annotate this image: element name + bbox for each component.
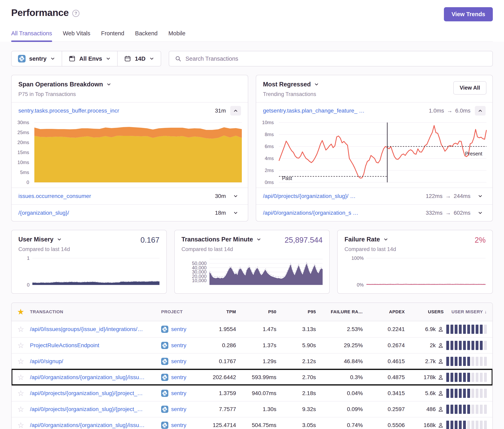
tab-web-vitals[interactable]: Web Vitals xyxy=(63,30,90,42)
regressed-link[interactable]: /api/0/projects/{organization_slug}/ … xyxy=(263,193,356,199)
user-icon xyxy=(438,342,444,348)
span-op-link[interactable]: /{organization_slug}/ xyxy=(18,210,69,216)
search-input[interactable] xyxy=(186,55,487,62)
user-icon xyxy=(438,422,444,428)
table-row[interactable]: ☆ /api/0/issues|groups/{issue_id}/integr… xyxy=(12,321,492,337)
expand-button[interactable] xyxy=(475,191,486,201)
apdex-cell: 0.4875 xyxy=(363,374,405,381)
mini-card-title[interactable]: Transactions Per Minute xyxy=(181,236,261,243)
transaction-link[interactable]: /api/0/signup/ xyxy=(30,358,157,365)
span-op-link[interactable]: sentry.tasks.process_buffer.process_incr xyxy=(18,107,119,114)
regressed-to: 6.0ms xyxy=(455,107,470,114)
transaction-link[interactable]: /api/0/issues|groups/{issue_id}/integrat… xyxy=(30,326,157,333)
span-op-item-expanded: sentry.tasks.process_buffer.process_incr… xyxy=(12,102,248,119)
most-regressed-subtitle: Trending Transactions xyxy=(263,91,486,97)
project-selector[interactable]: sentry xyxy=(12,51,62,66)
star-outline-icon[interactable]: ☆ xyxy=(17,341,24,350)
expand-button[interactable] xyxy=(230,191,241,201)
transaction-link[interactable]: ProjectRuleActionsEndpoint xyxy=(30,342,157,349)
star-outline-icon[interactable]: ☆ xyxy=(17,325,24,334)
star-filled-icon[interactable]: ★ xyxy=(18,308,24,316)
project-link[interactable]: sentry xyxy=(171,342,186,349)
transaction-link[interactable]: /api/0/organizations/{organization_slug}… xyxy=(30,422,157,429)
tab-frontend[interactable]: Frontend xyxy=(101,30,124,42)
project-link[interactable]: sentry xyxy=(171,374,186,381)
project-link[interactable]: sentry xyxy=(171,390,186,396)
column-failure-rate[interactable]: FAILURE RA… xyxy=(316,309,363,315)
regressed-link[interactable]: getsentry.tasks.plan_change_feature_ … xyxy=(263,107,364,114)
span-ops-title[interactable]: Span Operations Breakdown xyxy=(18,81,241,88)
users-cell: 486 xyxy=(405,406,444,412)
tab-all-transactions[interactable]: All Transactions xyxy=(11,30,52,42)
mini-card-chart: 10 xyxy=(18,258,160,285)
date-range-selector-label: 14D xyxy=(135,55,145,62)
project-link[interactable]: sentry xyxy=(171,422,186,429)
table-row[interactable]: ☆ ProjectRuleActionsEndpoint sentry 0.28… xyxy=(12,337,492,353)
page-header: Performance ? View Trends All Transactio… xyxy=(0,0,504,42)
chart-annotation: Present xyxy=(465,151,482,157)
y-axis-label: 1 xyxy=(27,255,29,261)
failure-rate-cell: 29.25% xyxy=(316,342,363,349)
table-row[interactable]: ☆ /api/0/organizations/{organization_slu… xyxy=(12,369,492,385)
most-regressed-title[interactable]: Most Regressed xyxy=(263,81,486,88)
arrow-right-icon: → xyxy=(445,193,451,199)
column-tpm[interactable]: TPM xyxy=(206,309,236,315)
table-row[interactable]: ☆ /api/0/projects/{organization_slug}/{p… xyxy=(12,401,492,417)
project-link[interactable]: sentry xyxy=(171,406,186,412)
project-link[interactable]: sentry xyxy=(171,326,186,333)
python-icon xyxy=(161,358,168,365)
mini-card-title[interactable]: Failure Rate xyxy=(344,236,396,243)
tab-mobile[interactable]: Mobile xyxy=(168,30,185,42)
star-outline-icon[interactable]: ☆ xyxy=(17,357,24,366)
column-p50[interactable]: P50 xyxy=(236,309,276,315)
view-all-button[interactable]: View All xyxy=(453,81,486,95)
span-op-value: 31m xyxy=(215,107,226,114)
mini-card-title[interactable]: User Misery xyxy=(18,236,70,243)
y-axis-label: 100% xyxy=(351,255,364,261)
failure-rate-cell: 0.3% xyxy=(316,374,363,381)
y-axis-label: 6ms xyxy=(265,144,274,149)
tab-backend[interactable]: Backend xyxy=(135,30,158,42)
column-p95[interactable]: P95 xyxy=(276,309,316,315)
column-user-misery[interactable]: USER MISERY ↓ xyxy=(444,309,492,315)
python-icon xyxy=(161,342,168,349)
mini-card-chart: 50,00040,00030,00020,00010,000 xyxy=(181,258,323,285)
expand-button[interactable] xyxy=(475,208,486,218)
filter-bar: sentry All Envs 14D xyxy=(11,51,493,66)
column-transaction[interactable]: TRANSACTION xyxy=(30,309,161,315)
column-project[interactable]: PROJECT xyxy=(161,309,206,315)
project-link[interactable]: sentry xyxy=(171,358,186,365)
span-operations-card: Span Operations Breakdown P75 in Top Tra… xyxy=(11,75,248,221)
transaction-link[interactable]: /api/0/projects/{organization_slug}/{pro… xyxy=(30,390,157,396)
transaction-link[interactable]: /api/0/projects/{organization_slug}/{pro… xyxy=(30,406,157,412)
collapse-button[interactable] xyxy=(230,106,241,115)
star-outline-icon[interactable]: ☆ xyxy=(17,389,24,398)
table-row[interactable]: ☆ /api/0/organizations/{organization_slu… xyxy=(12,417,492,429)
search-box[interactable] xyxy=(169,51,493,66)
tpm-cell: 0.286 xyxy=(206,342,236,349)
column-apdex[interactable]: APDEX xyxy=(363,309,405,315)
view-trends-button[interactable]: View Trends xyxy=(444,7,493,21)
environment-selector[interactable]: All Envs xyxy=(62,51,117,66)
user-icon xyxy=(438,406,444,412)
table-row[interactable]: ☆ /api/0/projects/{organization_slug}/{p… xyxy=(12,385,492,401)
y-axis-label: 20ms xyxy=(17,140,29,145)
column-users[interactable]: USERS xyxy=(405,309,444,315)
chevron-down-icon xyxy=(50,56,55,61)
expand-button[interactable] xyxy=(230,208,241,218)
tpm-cell: 202.6442 xyxy=(206,374,236,381)
tpm-cell: 125.4714 xyxy=(206,422,236,429)
star-outline-icon[interactable]: ☆ xyxy=(17,421,24,429)
help-icon[interactable]: ? xyxy=(72,10,80,17)
regressed-link[interactable]: /api/0/organizations/{organization_s … xyxy=(263,210,359,216)
most-regressed-card: Most Regressed Trending Transactions Vie… xyxy=(256,75,493,221)
star-outline-icon[interactable]: ☆ xyxy=(17,405,24,414)
tab-bar: All TransactionsWeb VitalsFrontendBacken… xyxy=(11,30,493,42)
collapse-button[interactable] xyxy=(475,106,486,115)
star-outline-icon[interactable]: ☆ xyxy=(17,373,24,382)
table-row[interactable]: ☆ /api/0/signup/ sentry 0.1767 1.29s 2.1… xyxy=(12,353,492,369)
span-ops-chart: 30ms25ms20ms15ms10ms5ms0 xyxy=(12,123,242,182)
transaction-link[interactable]: /api/0/organizations/{organization_slug}… xyxy=(30,374,157,381)
date-range-selector[interactable]: 14D xyxy=(117,51,161,66)
span-op-link[interactable]: issues.occurrence_consumer xyxy=(18,193,91,199)
